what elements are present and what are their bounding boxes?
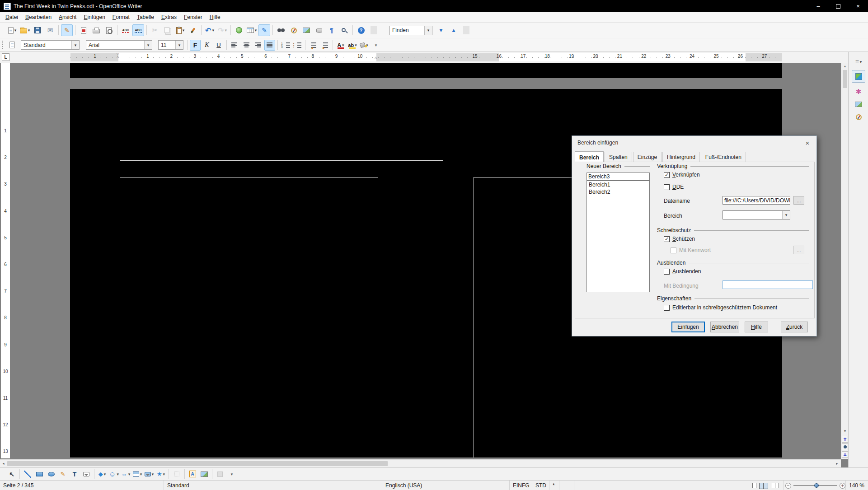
undo-dropdown-icon[interactable]: ▾ <box>212 28 214 33</box>
tab-einzüge[interactable]: Einzüge <box>633 152 662 162</box>
single-page-view-icon[interactable] <box>752 483 756 488</box>
vertical-scrollbar[interactable]: ▴ ▾ ⇈ ⇊ <box>841 63 848 459</box>
new-document-button[interactable]: ▾ <box>6 24 18 36</box>
toolbar-overflow-button[interactable]: ▾ <box>226 469 237 480</box>
zoom-out-icon[interactable]: − <box>785 483 791 489</box>
vertical-scroll-thumb[interactable] <box>843 70 847 88</box>
block-arrows-button[interactable]: ⇔▾ <box>120 469 131 480</box>
scroll-up-icon[interactable]: ▴ <box>841 63 849 70</box>
italic-button[interactable]: K <box>202 40 212 51</box>
filename-input[interactable]: file:///C:/Users/DIVID/DOWN <box>723 196 790 205</box>
zoom-button[interactable] <box>338 24 350 36</box>
rectangle-button[interactable] <box>34 469 45 480</box>
sidebar-navigator-deck-button[interactable] <box>852 111 865 123</box>
menu-item-fenster[interactable]: Fenster <box>180 12 206 22</box>
ordered-list-button[interactable]: 1 2 3 <box>280 40 291 51</box>
insert-button[interactable]: Einfügen <box>671 322 705 332</box>
dialog-close-button[interactable]: × <box>801 138 814 148</box>
scroll-right-icon[interactable]: ▸ <box>834 460 840 467</box>
restore-button[interactable] <box>828 0 848 12</box>
find-replace-button[interactable] <box>275 24 287 36</box>
find-previous-button[interactable]: ▲ <box>448 24 460 36</box>
vertical-ruler[interactable]: 12345678910111213 <box>1 63 10 458</box>
editable-checkbox[interactable]: Editierbar in schreibgeschütztem Dokumen… <box>664 304 777 311</box>
section-list[interactable]: Bereich1Bereich2 <box>586 181 650 292</box>
help-button[interactable]: ? <box>355 24 367 36</box>
highlighting-button[interactable]: ab▾ <box>347 40 358 51</box>
sidebar-gallery-deck-button[interactable] <box>852 98 865 111</box>
sidebar-menu-dropdown-icon[interactable]: ▾ <box>860 60 862 64</box>
bold-button[interactable]: F <box>190 40 201 51</box>
styles-button[interactable] <box>7 40 18 51</box>
size-dropdown-icon[interactable]: ▾ <box>175 41 183 49</box>
picture-from-file-button[interactable] <box>199 469 210 480</box>
horizontal-ruler[interactable]: L 11234567891015161718192021222324252627… <box>0 52 848 63</box>
page-number-status[interactable]: Seite 2 / 345 <box>0 481 164 490</box>
font-color-dropdown-icon[interactable]: ▾ <box>342 43 344 47</box>
font-color-button[interactable]: A▾ <box>335 40 346 51</box>
redo-dropdown-icon[interactable]: ▾ <box>225 28 227 33</box>
undo-button[interactable]: ↶▾ <box>204 24 216 36</box>
find-next-button[interactable]: ▼ <box>435 24 447 36</box>
tab-fuß-endnoten[interactable]: Fuß-/Endnoten <box>701 152 746 162</box>
paste-dropdown-icon[interactable]: ▾ <box>183 28 185 33</box>
insert-mode-status[interactable]: EINFG <box>510 481 532 490</box>
justify-button[interactable] <box>264 40 275 51</box>
multi-page-view-icon[interactable] <box>759 483 768 488</box>
callouts-dropdown-icon[interactable]: ▾ <box>152 472 154 476</box>
style-dropdown-icon[interactable]: ▾ <box>71 41 79 49</box>
page-above[interactable] <box>70 63 782 78</box>
text-frame-button[interactable] <box>81 469 92 480</box>
close-button[interactable]: × <box>848 0 868 12</box>
tab-bereich[interactable]: Bereich <box>575 151 604 163</box>
line-button[interactable] <box>22 469 33 480</box>
stars-dropdown-icon[interactable]: ▾ <box>163 472 165 476</box>
font-size-combobox[interactable]: 11 ▾ <box>158 40 183 50</box>
export-pdf-button[interactable] <box>78 24 89 36</box>
help-button[interactable]: Hilfe <box>745 322 768 332</box>
zoom-handle[interactable] <box>814 483 819 488</box>
zoom-slider[interactable]: − + <box>784 481 846 490</box>
open-dropdown-icon[interactable]: ▾ <box>28 28 30 33</box>
paragraph-style-combobox[interactable]: Standard ▾ <box>21 40 80 50</box>
new-section-name-input[interactable]: Bereich3 <box>586 173 650 181</box>
menu-item-einfügen[interactable]: Einfügen <box>80 12 108 22</box>
menu-item-tabelle[interactable]: Tabelle <box>133 12 158 22</box>
open-button[interactable]: ▾ <box>19 24 31 36</box>
condition-input[interactable] <box>723 280 813 289</box>
basic-shapes-dropdown-icon[interactable]: ▾ <box>104 472 106 476</box>
print-button[interactable] <box>90 24 102 36</box>
draw-functions-button[interactable]: ✎ <box>258 24 270 36</box>
section-list-item[interactable]: Bereich2 <box>587 188 649 196</box>
flowcharts-dropdown-icon[interactable]: ▾ <box>140 472 142 476</box>
format-paintbrush-button[interactable] <box>187 24 199 36</box>
ellipse-button[interactable] <box>46 469 56 480</box>
scroll-down-icon[interactable]: ▾ <box>841 428 849 434</box>
dde-checkbox[interactable]: DDE <box>664 184 684 190</box>
modified-status[interactable]: * <box>549 481 559 490</box>
horizontal-scrollbar[interactable]: ◂ ▸ <box>0 459 841 467</box>
menu-item-extras[interactable]: Extras <box>158 12 180 22</box>
cancel-button[interactable]: Abbrechen <box>710 322 739 332</box>
symbol-shapes-dropdown-icon[interactable]: ▾ <box>117 472 119 476</box>
flowcharts-button[interactable]: ▾ <box>132 469 143 480</box>
find-dropdown-icon[interactable]: ▾ <box>424 26 432 35</box>
tab-hintergrund[interactable]: Hintergrund <box>662 152 700 162</box>
section-list-item[interactable]: Bereich1 <box>587 181 649 188</box>
mail-button[interactable]: ✉ <box>44 24 56 36</box>
section-select[interactable]: ▾ <box>723 210 790 219</box>
minimize-button[interactable]: – <box>808 0 828 12</box>
save-button[interactable] <box>32 24 43 36</box>
tab-stop-selector[interactable]: L <box>2 53 9 61</box>
align-right-button[interactable] <box>253 40 263 51</box>
symbol-shapes-button[interactable]: ☺▾ <box>108 469 119 480</box>
zoom-track[interactable] <box>793 485 838 486</box>
text-box-button[interactable]: T <box>69 469 80 480</box>
select-button[interactable]: ↖ <box>6 469 17 480</box>
bullet-list-button[interactable]: • • • <box>292 40 303 51</box>
navigation-button[interactable] <box>842 443 848 450</box>
edit-file-button[interactable]: ✎ <box>61 24 73 36</box>
hyperlink-button[interactable] <box>233 24 245 36</box>
right-indent-marker[interactable]: △ <box>375 56 377 59</box>
blank-button[interactable] <box>368 24 380 36</box>
